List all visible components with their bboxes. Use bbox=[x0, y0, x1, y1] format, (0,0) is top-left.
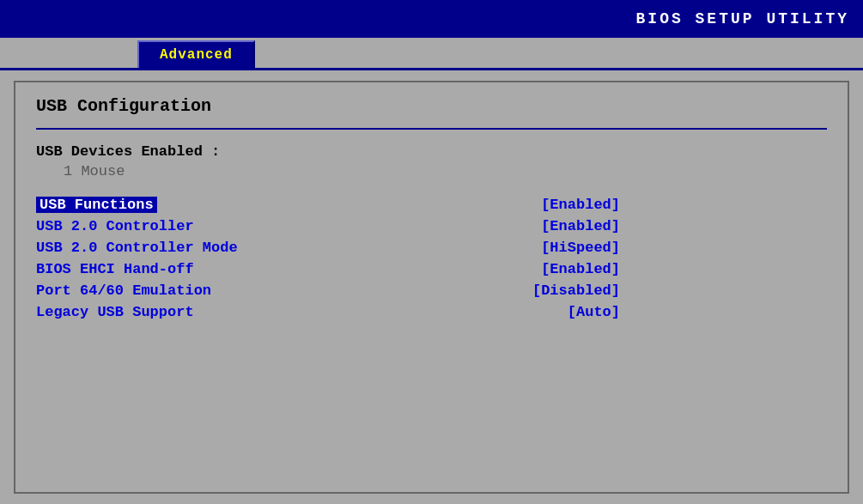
usb-devices-value: 1 Mouse bbox=[64, 163, 827, 179]
bios-title: BIOS SETUP UTILITY bbox=[636, 10, 849, 27]
bios-screen: BIOS SETUP UTILITY Advanced USB Configur… bbox=[0, 0, 863, 504]
divider bbox=[36, 128, 827, 130]
setting-row[interactable]: BIOS EHCI Hand-off[Enabled] bbox=[36, 261, 620, 277]
setting-name[interactable]: USB 2.0 Controller bbox=[36, 218, 194, 234]
setting-row[interactable]: USB 2.0 Controller[Enabled] bbox=[36, 218, 620, 234]
setting-row[interactable]: USB Functions[Enabled] bbox=[36, 197, 620, 213]
setting-value: [Enabled] bbox=[541, 197, 620, 213]
setting-value: [HiSpeed] bbox=[541, 240, 620, 256]
tab-advanced[interactable]: Advanced bbox=[137, 40, 255, 68]
setting-name[interactable]: Port 64/60 Emulation bbox=[36, 282, 211, 299]
tab-bar: Advanced bbox=[0, 38, 863, 70]
setting-name[interactable]: USB Functions bbox=[36, 197, 157, 213]
setting-value: [Auto] bbox=[568, 304, 620, 320]
content-panel: USB Configuration USB Devices Enabled : … bbox=[14, 81, 849, 494]
settings-list: USB Functions[Enabled]USB 2.0 Controller… bbox=[36, 197, 827, 320]
setting-row[interactable]: Port 64/60 Emulation[Disabled] bbox=[36, 282, 620, 299]
setting-row[interactable]: USB 2.0 Controller Mode[HiSpeed] bbox=[36, 240, 620, 256]
usb-devices-label: USB Devices Enabled : bbox=[36, 143, 827, 160]
setting-name[interactable]: USB 2.0 Controller Mode bbox=[36, 240, 238, 256]
main-content: USB Configuration USB Devices Enabled : … bbox=[0, 70, 863, 504]
setting-value: [Enabled] bbox=[541, 218, 620, 234]
setting-value: [Enabled] bbox=[541, 261, 620, 277]
setting-value: [Disabled] bbox=[532, 282, 620, 299]
setting-row[interactable]: Legacy USB Support[Auto] bbox=[36, 304, 620, 320]
section-title: USB Configuration bbox=[36, 96, 827, 116]
top-bar: BIOS SETUP UTILITY bbox=[0, 0, 863, 38]
setting-name[interactable]: Legacy USB Support bbox=[36, 304, 194, 320]
setting-name[interactable]: BIOS EHCI Hand-off bbox=[36, 261, 194, 277]
